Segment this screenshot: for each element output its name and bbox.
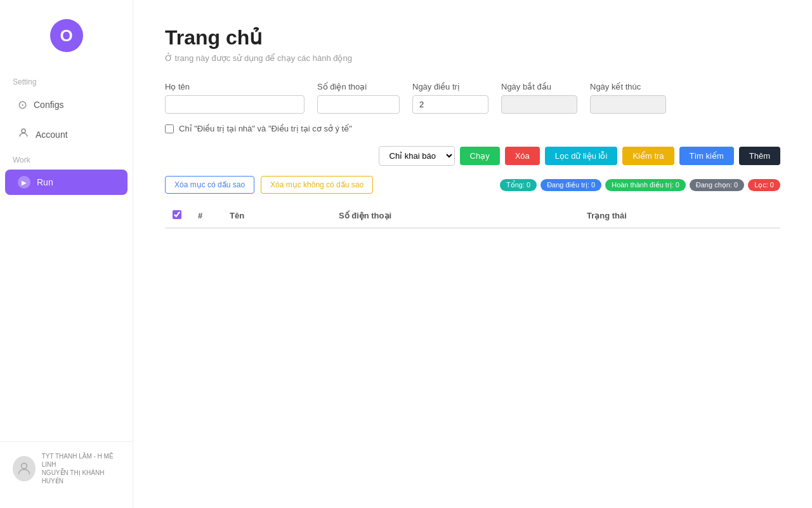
avatar	[13, 456, 36, 481]
user-fullname: NGUYỄN THỊ KHÁNH HUYỀN	[42, 469, 120, 485]
xoa-button[interactable]: Xóa	[505, 147, 540, 165]
work-section-label: Work	[0, 149, 133, 168]
filter-ngay-dieu-tri: Ngày điều trị	[412, 82, 488, 114]
select-all-checkbox[interactable]	[173, 210, 181, 219]
sidebar-item-configs-label: Configs	[34, 100, 63, 110]
filter-row: Họ tên Số điện thoại Ngày điều trị Ngày …	[165, 82, 780, 114]
filter-ngay-ket-thuc: Ngày kết thúc	[590, 82, 666, 114]
user-profile: TYT THANH LÂM - H MÊ LINH NGUYỄN THỊ KHÁ…	[0, 441, 133, 495]
col-checkbox	[165, 204, 190, 228]
checkbox-label: Chỉ "Điều trị tại nhà" và "Điều trị tại …	[179, 124, 352, 133]
so-dien-thoai-input[interactable]	[317, 95, 400, 114]
badge-tong: Tổng: 0	[500, 179, 537, 191]
sidebar-item-account-label: Account	[36, 130, 68, 140]
logo-area: O	[0, 13, 133, 71]
badge-hoan-thanh: Hoàn thành điều trị: 0	[605, 179, 686, 191]
ngay-bat-dau-label: Ngày bắt đầu	[501, 82, 577, 91]
ngay-dieu-tri-input[interactable]	[412, 95, 488, 114]
sidebar: O Setting ⊙ Configs Account Work ▶ Run T…	[0, 0, 133, 508]
play-icon: ▶	[18, 176, 30, 189]
col-ten: Tên	[222, 204, 331, 228]
left-buttons: Xóa mục có dấu sao Xóa mục không có dấu …	[165, 176, 373, 194]
svg-point-1	[21, 463, 27, 469]
filter-checkbox[interactable]	[165, 124, 174, 133]
page-title: Trang chủ	[165, 25, 780, 50]
secondary-bar: Xóa mục có dấu sao Xóa mục không có dấu …	[165, 176, 780, 194]
badge-loc: Lọc: 0	[748, 179, 780, 191]
so-dien-thoai-label: Số điện thoại	[317, 82, 400, 91]
ho-ten-input[interactable]	[165, 95, 304, 114]
badge-dang-dieu-tri: Đang điều trị: 0	[540, 179, 601, 191]
badge-dang-chon: Đang chọn: 0	[690, 179, 744, 191]
them-button[interactable]: Thêm	[739, 147, 780, 165]
table-header-row: # Tên Số điện thoại Trạng thái	[165, 204, 780, 228]
chay-button[interactable]: Chạy	[460, 147, 500, 165]
ngay-bat-dau-input	[501, 95, 577, 114]
filter-ho-ten: Họ tên	[165, 82, 304, 114]
sidebar-item-account[interactable]: Account	[5, 121, 128, 148]
logo-icon: O	[50, 19, 83, 52]
user-org: TYT THANH LÂM - H MÊ LINH	[42, 452, 120, 469]
sidebar-item-configs[interactable]: ⊙ Configs	[5, 91, 128, 118]
filter-so-dien-thoai: Số điện thoại	[317, 82, 400, 114]
main-content: Trang chủ Ở trang này được sử dụng để ch…	[133, 0, 812, 508]
action-dropdown[interactable]: Chỉ khai báo	[379, 146, 455, 166]
sidebar-item-run[interactable]: ▶ Run	[5, 170, 128, 195]
ngay-ket-thuc-label: Ngày kết thúc	[590, 82, 666, 91]
filter-ngay-bat-dau: Ngày bắt đầu	[501, 82, 577, 114]
account-icon	[18, 127, 29, 142]
configs-icon: ⊙	[18, 98, 27, 112]
xoa-co-dau-sao-button[interactable]: Xóa mục có dấu sao	[165, 176, 254, 194]
data-table: # Tên Số điện thoại Trạng thái	[165, 204, 780, 229]
checkbox-row: Chỉ "Điều trị tại nhà" và "Điều trị tại …	[165, 124, 780, 133]
ngay-dieu-tri-label: Ngày điều trị	[412, 82, 488, 91]
xoa-khong-co-dau-sao-button[interactable]: Xóa mục không có dấu sao	[261, 176, 373, 194]
right-badges: Tổng: 0 Đang điều trị: 0 Hoàn thành điều…	[500, 179, 780, 191]
setting-section-label: Setting	[0, 71, 133, 90]
col-number: #	[190, 204, 222, 228]
user-info: TYT THANH LÂM - H MÊ LINH NGUYỄN THỊ KHÁ…	[42, 452, 120, 485]
col-so-dien-thoai: Số điện thoại	[331, 204, 579, 228]
kiem-tra-button[interactable]: Kiểm tra	[622, 147, 674, 165]
svg-point-0	[22, 129, 25, 133]
page-subtitle: Ở trang này được sử dụng để chạy các hàn…	[165, 53, 780, 63]
ngay-ket-thuc-input	[590, 95, 666, 114]
sidebar-item-run-label: Run	[37, 177, 53, 187]
loc-button[interactable]: Lọc dữ liệu lỗi	[545, 147, 618, 165]
col-trang-thai: Trạng thái	[579, 204, 780, 228]
action-bar: Chỉ khai báo Chạy Xóa Lọc dữ liệu lỗi Ki…	[165, 146, 780, 166]
tim-kiem-button[interactable]: Tìm kiếm	[679, 147, 734, 165]
ho-ten-label: Họ tên	[165, 82, 304, 91]
